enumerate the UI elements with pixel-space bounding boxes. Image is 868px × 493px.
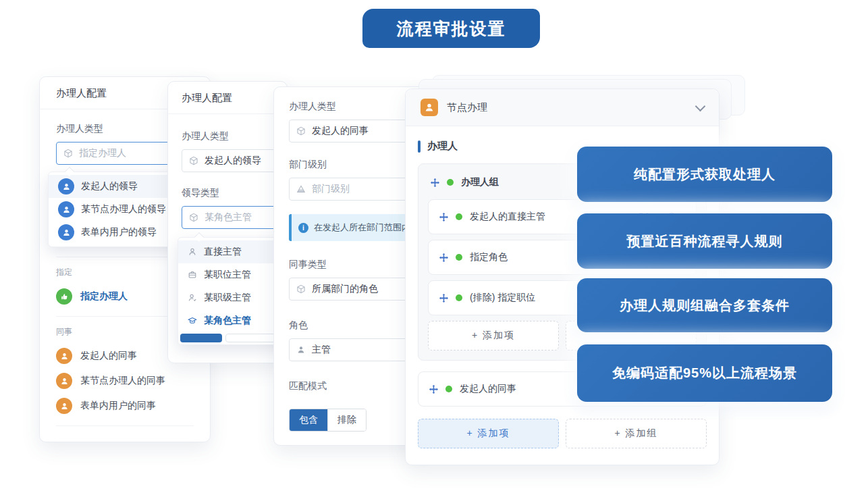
colleague-option[interactable]: 某节点办理人的同事 [56,371,194,391]
group-title: 办理人组 [461,176,499,188]
leader-type-dropdown: 直接主管 某职位主管 某职级主管 [178,237,288,345]
info-banner: i 在发起人所在部门范围内 [289,214,416,241]
pyramid-icon [296,184,306,194]
option-label: 某职位主管 [204,269,251,281]
group-add-item-button[interactable]: + 添加项 [428,321,559,351]
feature-callout: 纯配置形式获取处理人 [577,147,832,202]
person-avatar-icon [56,348,72,364]
cube-icon [296,284,306,294]
colleague-type-value: 所属部门的角色 [312,283,378,295]
option-label: 发起人的领导 [81,180,138,192]
option-label: 某职级主管 [204,292,251,304]
status-dot [445,386,452,392]
status-dot [456,213,462,220]
dept-level-label: 部门级别 [289,159,416,171]
person-badge-icon [421,99,438,116]
option-label: 某角色主管 [204,315,251,327]
move-cross-icon[interactable] [431,178,439,187]
person-avatar-icon [56,373,72,389]
rule-item-label: 发起人的直接主管 [470,211,545,223]
cube-icon [189,156,198,165]
cube-icon [63,149,73,158]
status-dot [456,254,462,261]
leader-type-label: 领导类型 [182,187,273,199]
dropdown-footer [178,332,288,344]
match-include-button[interactable]: 包含 [290,409,327,431]
match-exclude-button[interactable]: 排除 [327,409,366,431]
handler-type-label: 办理人类型 [182,130,273,142]
person-avatar-icon [56,398,72,414]
chevron-down-icon[interactable] [695,101,706,111]
option-label: 直接主管 [204,246,242,258]
handler-type-select[interactable]: 发起人的领导 [182,149,283,172]
graduation-cap-icon [188,316,197,326]
move-cross-icon[interactable] [439,253,448,262]
move-cross-icon[interactable] [429,385,438,394]
colleague-type-select[interactable]: 所属部门的角色 [289,278,416,301]
match-mode-toggle: 包含 排除 [289,409,367,432]
person-avatar-icon [58,178,74,194]
person-avatar-icon [58,201,74,217]
person-icon [296,345,306,355]
handler-type-select[interactable]: 发起人的同事 [289,120,416,142]
dropdown-option-selected[interactable]: 某角色主管 [178,309,288,332]
dropdown-option[interactable]: 某职位主管 [178,263,288,286]
page: 流程审批设置 办理人配置 办理人类型 指定办理人 发起人的领导 [0,0,868,493]
add-group-button[interactable]: + 添加组 [566,419,707,448]
option-label: 某节点办理人的同事 [80,375,165,387]
option-label: 某节点办理人的领导 [81,203,166,215]
dropdown-option[interactable]: 直接主管 [178,240,288,263]
move-cross-icon[interactable] [439,213,448,222]
colleague-type-label: 同事类型 [289,259,416,271]
panel-title: 办理人配置 [168,82,287,113]
thumb-up-icon [56,288,72,305]
handler-type-value: 发起人的同事 [312,125,369,137]
node-handler-panel: 节点办理 办理人 办理人组 [405,88,720,465]
dropdown-footer-accent [180,334,222,342]
handler-type-value: 发起人的领导 [205,155,261,167]
status-dot [447,179,454,186]
leader-type-placeholder: 某角色主管 [205,211,252,224]
colleague-option[interactable]: 表单内用户的同事 [56,396,194,416]
rule-item-label: 发起人的同事 [460,383,516,395]
section-accent-bar [418,140,421,153]
person-check-icon [188,293,197,303]
assign-handler-label: 指定办理人 [80,290,128,303]
handler-config-panel-2: 办理人配置 办理人类型 发起人的领导 领导类型 某角色主管 [167,81,288,363]
option-label: 表单内用户的领导 [81,226,157,238]
person-avatar-icon [58,224,74,240]
cube-icon [296,126,306,136]
leader-type-select[interactable]: 某角色主管 [182,206,283,229]
role-value: 主管 [312,344,331,356]
role-label: 角色 [289,319,416,332]
info-text: 在发起人所在部门范围内 [314,222,410,234]
move-cross-icon[interactable] [439,294,448,303]
cube-icon [189,213,198,222]
dropdown-option[interactable]: 某职级主管 [178,286,288,309]
handler-type-label: 办理人类型 [289,101,416,113]
dept-level-placeholder: 部门级别 [312,183,350,195]
divider [56,425,194,426]
info-icon: i [298,223,308,233]
rule-item-label: (排除) 指定职位 [470,292,535,304]
feature-callout: 预置近百种流程寻人规则 [577,213,832,269]
section-label: 办理人 [427,140,458,153]
panel-title: 节点办理 [447,101,487,114]
role-select[interactable]: 主管 [289,338,416,361]
handler-type-placeholder: 指定办理人 [79,147,126,159]
match-mode-label: 匹配模式 [289,380,416,392]
status-dot [456,294,462,301]
add-item-button[interactable]: + 添加项 [418,419,559,448]
briefcase-icon [188,270,197,280]
feature-callout: 免编码适配95%以上流程场景 [577,344,832,402]
panel-header[interactable]: 节点办理 [406,89,719,126]
dept-level-select[interactable]: 部门级别 [289,178,416,201]
feature-callout: 办理人规则组融合多套条件 [577,278,832,332]
option-label: 发起人的同事 [80,350,137,362]
page-title: 流程审批设置 [362,9,540,48]
option-label: 表单内用户的同事 [80,400,156,412]
person-icon [188,247,197,257]
rule-item-label: 指定角色 [470,251,508,263]
